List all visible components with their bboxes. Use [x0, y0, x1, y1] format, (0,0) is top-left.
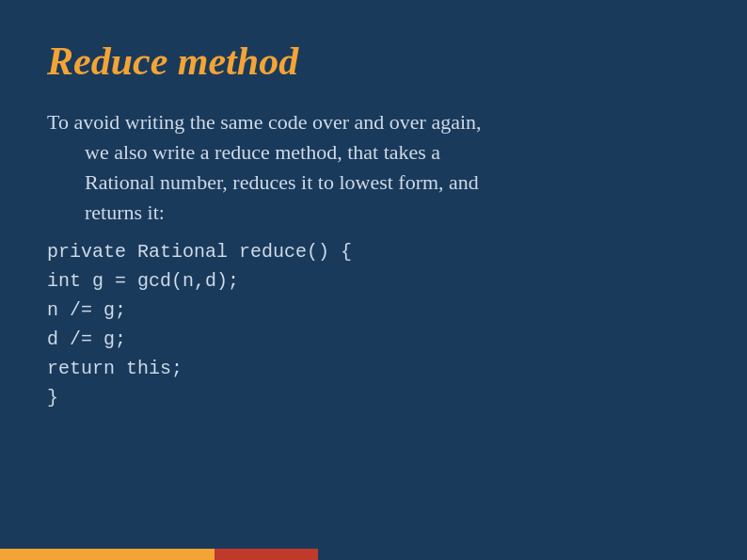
bar-red: [215, 549, 318, 560]
code-line-3: n /= g;: [47, 296, 700, 325]
code-line-6: }: [47, 383, 700, 412]
bottom-bar: [0, 549, 747, 560]
code-line-1: private Rational reduce() {: [47, 237, 700, 266]
code-line-4: d /= g;: [47, 325, 700, 354]
code-line-5: return this;: [47, 354, 700, 383]
body-paragraph: To avoid writing the same code over and …: [47, 107, 700, 228]
bar-dark: [318, 549, 747, 560]
code-line-2: int g = gcd(n,d);: [47, 266, 700, 296]
body-text-content: To avoid writing the same code over and …: [47, 110, 482, 224]
slide-title: Reduce method: [47, 38, 700, 85]
bar-orange: [0, 549, 215, 560]
code-block: private Rational reduce() { int g = gcd(…: [47, 237, 700, 412]
slide: Reduce method To avoid writing the same …: [0, 0, 747, 560]
